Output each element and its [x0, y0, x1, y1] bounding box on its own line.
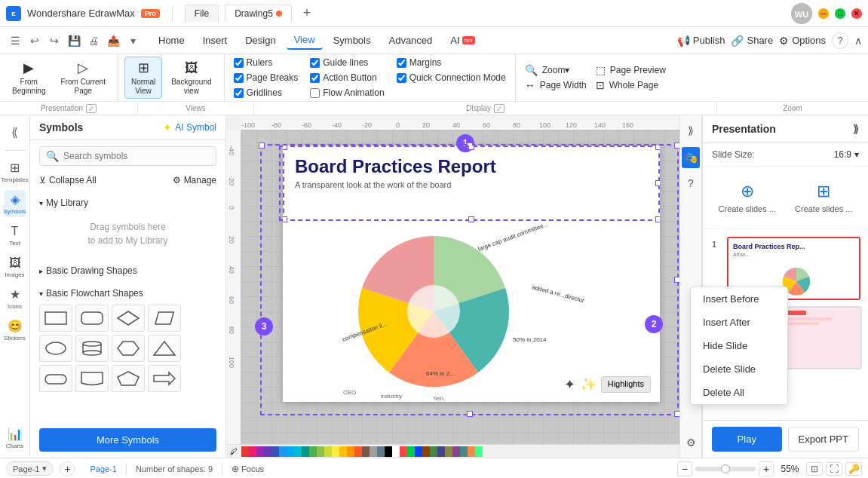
canvas[interactable]: Board Practices Report A transparent loo… — [241, 130, 679, 444]
page-breaks-input[interactable] — [234, 73, 244, 83]
quick-connection-checkbox[interactable]: Quick Connection Mode — [397, 72, 506, 83]
shape-triangle[interactable] — [148, 335, 181, 362]
color-picker-icon[interactable]: 🖊 — [226, 446, 241, 457]
color-swatch[interactable] — [422, 446, 430, 457]
export-btn-menu[interactable]: 📤 — [104, 32, 122, 50]
key-icon-btn[interactable]: 🔑 — [845, 462, 862, 476]
color-swatch[interactable] — [468, 446, 475, 457]
help-btn[interactable]: ? — [832, 32, 848, 49]
right-panel-expand[interactable]: ⟫ — [853, 123, 859, 135]
page-preview-btn[interactable]: ⬚ Page Preview — [596, 64, 666, 76]
shape-diamond[interactable] — [112, 305, 145, 332]
slide-size-selector[interactable]: 16:9 ▾ — [834, 149, 859, 160]
zoom-minus-btn[interactable]: − — [677, 461, 692, 476]
color-swatch[interactable] — [445, 446, 452, 457]
flow-animation-input[interactable] — [310, 88, 320, 98]
my-library-header[interactable]: ▾ My Library — [30, 195, 225, 211]
magic-icon[interactable]: ✨ — [580, 376, 597, 393]
more-btn[interactable]: ▾ — [124, 32, 142, 50]
color-swatch[interactable] — [460, 446, 468, 457]
color-swatch[interactable] — [400, 446, 407, 457]
color-swatch[interactable] — [430, 446, 437, 457]
menu-ai[interactable]: AI hot — [443, 32, 482, 49]
color-swatch[interactable] — [256, 446, 264, 457]
expand-right-btn[interactable]: ⟫ — [682, 121, 700, 139]
color-swatch[interactable] — [271, 446, 279, 457]
shape-hexagon[interactable] — [112, 335, 145, 362]
images-icon-btn[interactable]: 🖼 Images — [5, 253, 26, 280]
from-current-page-btn[interactable]: ▷ From CurrentPage — [54, 57, 111, 99]
shape-rounded2[interactable] — [39, 365, 72, 392]
menu-advanced[interactable]: Advanced — [381, 32, 440, 49]
from-beginning-btn[interactable]: ▶ FromBeginning — [6, 57, 51, 99]
color-swatch[interactable] — [377, 446, 385, 457]
more-symbols-btn[interactable]: More Symbols — [39, 428, 216, 452]
guidelines-checkbox[interactable]: Guide lines — [310, 57, 384, 68]
context-insert-after[interactable]: Insert After — [703, 311, 787, 334]
shape-arrow-right[interactable] — [148, 365, 181, 392]
charts-icon-btn[interactable]: 📊 Charts — [5, 424, 26, 452]
page-width-btn[interactable]: ↔ Page Width — [525, 79, 587, 91]
publish-btn[interactable]: 📢 Publish — [677, 35, 725, 47]
color-swatch[interactable] — [407, 446, 415, 457]
quick-conn-input[interactable] — [397, 73, 406, 83]
color-swatch[interactable] — [475, 446, 483, 457]
symbols-icon-btn[interactable]: ◈ Symbols — [5, 190, 26, 217]
rulers-checkbox[interactable]: Rulers — [234, 57, 299, 68]
collapse-all-btn[interactable]: ⊻ Collapse All — [39, 175, 97, 185]
color-swatch[interactable] — [362, 446, 370, 457]
templates-icon-btn[interactable]: ⊞ Templates — [5, 158, 26, 185]
share-btn[interactable]: 🔗 Share — [731, 35, 773, 47]
menu-view[interactable]: View — [287, 31, 323, 50]
highlights-btn[interactable]: Highlights — [601, 376, 651, 393]
manage-btn[interactable]: ⚙ Manage — [173, 175, 216, 185]
current-page-tab[interactable]: Page-1 — [90, 464, 116, 473]
context-hide-slide[interactable]: Hide Slide — [703, 334, 787, 357]
color-swatch[interactable] — [309, 446, 317, 457]
color-swatch[interactable] — [317, 446, 324, 457]
display-expand[interactable]: ⤢ — [494, 104, 505, 113]
action-btn-input[interactable] — [310, 73, 320, 83]
shape-doc[interactable] — [75, 365, 109, 392]
search-input[interactable] — [63, 151, 210, 161]
shape-oval[interactable] — [39, 335, 72, 362]
shape-rounded-rect[interactable] — [75, 305, 109, 332]
background-view-btn[interactable]: 🖼 Backgroundview — [165, 57, 217, 99]
color-swatch[interactable] — [385, 446, 392, 457]
basic-flowchart-header[interactable]: ▾ Basic Flowchart Shapes — [30, 285, 225, 302]
close-btn[interactable]: ✕ — [851, 8, 862, 19]
ai-symbol-btn[interactable]: ✦ AI Symbol — [163, 121, 216, 133]
color-swatch[interactable] — [415, 446, 422, 457]
new-tab-btn[interactable]: + — [298, 5, 316, 23]
add-page-btn[interactable]: + — [60, 461, 75, 476]
context-insert-before[interactable]: Insert Before — [703, 287, 787, 311]
whole-page-btn[interactable]: ⊡ Whole Page — [596, 79, 666, 91]
color-swatch[interactable] — [241, 446, 249, 457]
options-btn[interactable]: ⚙ Options — [779, 35, 826, 47]
file-tab[interactable]: File — [185, 5, 219, 22]
presentation-right-btn[interactable]: 🎭 — [682, 147, 700, 168]
redo-btn[interactable]: ↪ — [45, 32, 63, 50]
zoom-slider-handle[interactable] — [721, 464, 730, 473]
color-swatch[interactable] — [452, 446, 460, 457]
text-icon-btn[interactable]: T Text — [5, 222, 26, 249]
color-swatch[interactable] — [279, 446, 287, 457]
shape-cylinder[interactable] — [75, 335, 109, 362]
color-swatch[interactable] — [287, 446, 294, 457]
collapse-sidebar-btn[interactable]: ⟪ — [5, 121, 26, 142]
settings-gear-btn[interactable]: ⚙ — [682, 434, 700, 452]
page-selector[interactable]: Page-1 ▾ — [6, 461, 54, 476]
color-swatch[interactable] — [249, 446, 256, 457]
expand-menu-btn[interactable]: ∧ — [854, 35, 862, 47]
presentation-expand[interactable]: ⤢ — [86, 104, 97, 113]
zoom-plus-btn[interactable]: + — [759, 461, 774, 476]
color-swatch[interactable] — [392, 446, 400, 457]
create-slides-btn-1[interactable]: ⊕ Create slides ... — [712, 176, 783, 219]
normal-view-btn[interactable]: ⊞ NormalView — [124, 57, 162, 99]
collapse-menu-btn[interactable]: ☰ — [6, 32, 24, 50]
create-slides-btn-2[interactable]: ⊞ Create slides ... — [789, 176, 860, 219]
export-ppt-btn[interactable]: Export PPT — [788, 427, 860, 452]
color-swatch[interactable] — [264, 446, 271, 457]
gridlines-input[interactable] — [234, 88, 244, 98]
margins-checkbox[interactable]: Margins — [397, 57, 506, 68]
